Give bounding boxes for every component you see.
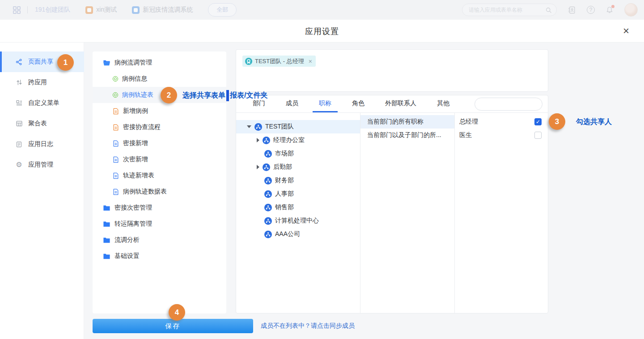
tab-department[interactable]: 部门 [246, 95, 271, 112]
tree-item-label: 轨迹新增表 [123, 172, 154, 180]
checkbox-checked[interactable]: ✓ [534, 118, 542, 125]
tab-external-contacts[interactable]: 外部联系人 [379, 95, 423, 112]
tree-item-label: 密接新增 [123, 139, 148, 147]
picker-search-input[interactable] [479, 101, 549, 107]
sidebar-item-page-share[interactable]: 页面共享 [0, 51, 84, 72]
form-icon-orange [113, 108, 119, 115]
tab-role[interactable]: 角色 [346, 95, 371, 112]
member-picker: 部门 成员 职称 角色 外部联系人 其他 TEST团队 [236, 95, 548, 313]
all-apps-pill[interactable]: 全部 [208, 3, 237, 17]
form-icon-blue [113, 140, 119, 147]
report-icon [113, 92, 118, 98]
sidebar-item-cross-app[interactable]: 跨应用 [0, 72, 84, 93]
sidebar-item-label: 应用日志 [28, 140, 53, 148]
tree-form-secondary-new[interactable]: 次密新增 [93, 151, 226, 167]
org-icon [264, 190, 272, 198]
transfer-arrows-icon [15, 79, 23, 86]
dept-node-marketing[interactable]: 市场部 [236, 147, 360, 160]
dept-node-sales[interactable]: 销售部 [236, 201, 360, 214]
global-search[interactable] [462, 4, 557, 16]
org-icon [254, 123, 262, 131]
gear-icon: ⚙ [15, 161, 23, 169]
contacts-icon[interactable] [568, 6, 576, 14]
scope-label: 当前部门的所有职称 [367, 118, 424, 126]
blue-app-icon [132, 6, 140, 14]
caret-right-icon[interactable] [257, 138, 259, 142]
dept-node-label: 后勤部 [273, 163, 292, 171]
tree-form-contact-flow[interactable]: 密接协查流程 [93, 119, 226, 135]
tree-folder-basic-settings[interactable]: 基础设置 [93, 248, 226, 264]
scope-current-and-sub-dept[interactable]: 当前部门以及子部门的所... [360, 129, 454, 142]
chip-remove-icon[interactable]: × [309, 58, 312, 65]
tree-report-case-info[interactable]: 病例信息 [93, 71, 226, 87]
sidebar-item-custom-menu[interactable]: 自定义菜单 [0, 93, 84, 113]
share-icon [15, 58, 23, 66]
modal-body: 页面共享 跨应用 自定义菜单 聚合表 [0, 43, 644, 339]
sidebar-item-app-manage[interactable]: ⚙ 应用管理 [0, 154, 84, 175]
sidebar-item-app-log[interactable]: 应用日志 [0, 134, 84, 154]
tree-folder-case-survey[interactable]: 病例流调管理 [93, 55, 226, 71]
sync-members-link[interactable]: 成员不在列表中？请点击同步成员 [261, 322, 355, 330]
tree-folder-survey-analysis[interactable]: 流调分析 [93, 232, 226, 248]
tree-report-case-track[interactable]: 病例轨迹表 [93, 87, 226, 103]
dept-node-aaa-company[interactable]: AAA公司 [236, 227, 360, 241]
avatar[interactable] [624, 3, 638, 17]
tab-job-title[interactable]: 职称 [313, 95, 338, 112]
tree-form-track-new[interactable]: 轨迹新增表 [93, 167, 226, 184]
close-icon[interactable]: × [620, 25, 632, 37]
sharer-chip-label: TEST团队 - 总经理 [255, 57, 304, 65]
job-title-row-doctor[interactable]: 医生 [455, 129, 548, 142]
dept-node-hr[interactable]: 人事部 [236, 187, 360, 201]
dept-node-label: TEST团队 [265, 123, 294, 131]
dept-node-finance[interactable]: 财务部 [236, 174, 360, 187]
org-icon [264, 177, 272, 185]
scope-current-dept[interactable]: 当前部门的所有职称 [360, 115, 454, 129]
tree-item-label: 病例流调管理 [114, 59, 152, 67]
custom-menu-icon [15, 99, 23, 107]
org-icon [264, 231, 272, 238]
app-settings-screen: 191创建团队 xin测试 新冠疫情流调系统 全部 ? [0, 0, 644, 339]
sidebar-item-aggregate-table[interactable]: 聚合表 [0, 113, 84, 134]
page-title: 应用设置 [0, 20, 644, 43]
job-title-badge-icon [245, 58, 252, 65]
org-icon [264, 204, 272, 211]
tab-other[interactable]: 其他 [431, 95, 456, 112]
dept-node-computer-center[interactable]: 计算机处理中心 [236, 214, 360, 227]
org-icon [264, 217, 272, 225]
workspace-tab-label: 191创建团队 [35, 6, 70, 14]
sidebar-item-label: 应用管理 [28, 161, 53, 169]
dept-node-manager-office[interactable]: 经理办公室 [236, 133, 360, 147]
picker-search[interactable] [475, 98, 542, 111]
app-grid-icon[interactable] [13, 6, 21, 14]
workspace-tab-covid[interactable]: 新冠疫情流调系统 [132, 6, 193, 14]
global-search-input[interactable] [469, 7, 545, 13]
save-button[interactable]: 保存 [93, 319, 253, 333]
notifications-bell-icon[interactable] [606, 6, 614, 14]
tree-folder-transfer-quarantine[interactable]: 转运隔离管理 [93, 216, 226, 232]
dept-node-test-team[interactable]: TEST团队 [236, 120, 360, 133]
tree-folder-contact-manage[interactable]: 密接次密管理 [93, 200, 226, 216]
tree-form-track-data[interactable]: 病例轨迹数据表 [93, 184, 226, 200]
job-title-row-gm[interactable]: 总经理 ✓ [455, 115, 548, 129]
notification-dot [611, 5, 614, 8]
modal-header: 应用设置 × [0, 20, 644, 43]
sharer-chip: TEST团队 - 总经理 × [242, 56, 316, 67]
tab-member[interactable]: 成员 [280, 95, 305, 112]
department-tree: TEST团队 经理办公室 市场部 后勤部 [236, 113, 360, 313]
topbar: 191创建团队 xin测试 新冠疫情流调系统 全部 ? [0, 0, 644, 20]
workspace-tab-191[interactable]: 191创建团队 [35, 6, 70, 14]
checkbox-unchecked[interactable] [534, 132, 542, 139]
dept-node-logistics[interactable]: 后勤部 [236, 160, 360, 174]
tree-form-contact-new[interactable]: 密接新增 [93, 135, 226, 151]
caret-down-icon[interactable] [247, 125, 251, 128]
help-icon[interactable]: ? [587, 6, 595, 14]
tree-form-new-case[interactable]: 新增病例 [93, 103, 226, 119]
job-title-label: 总经理 [459, 118, 534, 126]
tree-item-label: 新增病例 [123, 107, 148, 115]
org-icon [263, 163, 270, 171]
caret-right-icon[interactable] [257, 165, 259, 169]
dept-node-label: 市场部 [275, 150, 294, 158]
form-icon-blue [113, 156, 119, 163]
workspace-tab-label: xin测试 [96, 6, 117, 14]
workspace-tab-xin[interactable]: xin测试 [85, 6, 117, 14]
